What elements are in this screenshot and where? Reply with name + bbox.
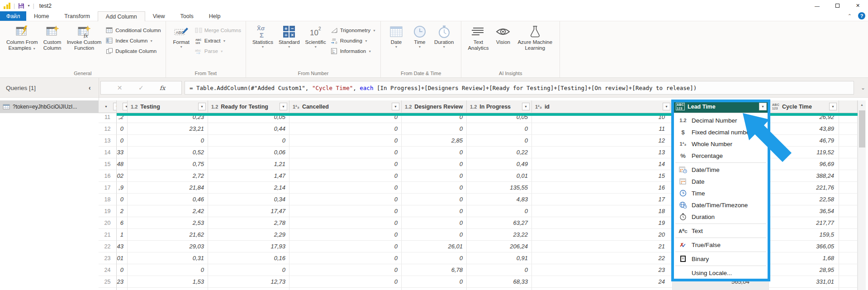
ribbon-button-custom-column[interactable]: Custom Column <box>41 23 64 51</box>
column-header-in-progress[interactable]: 1.2In Progress▼ <box>467 100 532 113</box>
cell[interactable]: 46,79 <box>769 135 839 147</box>
ribbon-button-extract[interactable]: ABC123Extract▼ <box>195 36 241 45</box>
row-number[interactable]: 25 <box>99 276 117 288</box>
ribbon-button-rounding[interactable]: .00.0Rounding▼ <box>331 36 376 45</box>
type-menu-item-text[interactable]: ABCText <box>674 225 768 237</box>
cell[interactable]: 12 <box>532 135 673 147</box>
cell[interactable]: 2,78 <box>208 217 289 229</box>
type-menu-item-date-time-timezone[interactable]: Date/Time/Timezone <box>674 199 768 211</box>
tab-file[interactable]: Файл <box>0 11 26 21</box>
cell[interactable]: 0,01 <box>467 170 532 182</box>
cell[interactable]: 13 <box>532 147 673 158</box>
tab-transform[interactable]: Transform <box>57 11 98 21</box>
cell[interactable]: 366,05 <box>769 241 839 252</box>
cell[interactable]: 0 <box>289 276 402 288</box>
collapse-queries-icon[interactable]: ‹ <box>89 78 91 98</box>
cell[interactable]: 48 <box>117 158 128 170</box>
cell[interactable]: 21,62 <box>128 229 208 241</box>
cell[interactable]: 0,44 <box>208 123 289 135</box>
cell[interactable] <box>402 288 467 290</box>
cell[interactable]: 0 <box>402 252 467 264</box>
type-menu-item-date-time[interactable]: Date/Time <box>674 164 768 176</box>
type-menu-item-true-false[interactable]: ✗✓True/False <box>674 239 768 251</box>
filter-icon[interactable]: ▼ <box>392 103 399 110</box>
data-type-icon[interactable]: 1.2 <box>405 104 412 109</box>
cell[interactable]: 29,03 <box>128 241 208 252</box>
cell[interactable]: 6 <box>117 217 128 229</box>
cell[interactable]: 331,01 <box>769 276 839 288</box>
vertical-scrollbar[interactable]: ▲ <box>858 100 866 290</box>
cell[interactable]: 21 <box>532 241 673 252</box>
cell[interactable] <box>208 288 289 290</box>
cell[interactable]: 0,16 <box>208 252 289 264</box>
column-header-cycle-time[interactable]: ABC123Cycle Time▼ <box>769 100 839 113</box>
cell[interactable]: 0 <box>402 194 467 205</box>
cell[interactable]: 0 <box>402 276 467 288</box>
filter-icon[interactable]: ▼ <box>522 103 530 110</box>
column-header-designers-review[interactable]: 1.2Designers Review▼ <box>402 100 467 113</box>
cell[interactable]: 0 <box>289 147 402 158</box>
filter-icon[interactable]: ▼ <box>123 103 128 110</box>
cell[interactable]: 0,49 <box>467 158 532 170</box>
cell[interactable]: 2,85 <box>402 135 467 147</box>
type-menu-item-binary[interactable]: ≡Binary <box>674 253 768 265</box>
cell[interactable]: 1,53 <box>128 276 208 288</box>
row-number[interactable]: 24 <box>99 264 117 276</box>
cell[interactable] <box>289 288 402 290</box>
cell[interactable]: ,9 <box>117 182 128 194</box>
row-number[interactable]: 23 <box>99 252 117 264</box>
cell[interactable]: 0 <box>402 170 467 182</box>
cell[interactable]: 1,68 <box>769 252 839 264</box>
cell[interactable]: 0 <box>402 229 467 241</box>
cell[interactable] <box>532 288 673 290</box>
ribbon-button-time[interactable]: Time▼ <box>408 23 432 49</box>
cell[interactable]: 0 <box>289 241 402 252</box>
cell[interactable]: 2,42 <box>128 205 208 217</box>
maximize-button[interactable] <box>827 0 848 11</box>
cell[interactable]: 0 <box>208 135 289 147</box>
minimize-button[interactable]: — <box>807 0 827 11</box>
formula-input[interactable]: = Table.AddColumn(#"Added Custom1", "Cyc… <box>185 81 854 95</box>
close-button[interactable]: ✕ <box>848 0 868 11</box>
column-header-ready-for-testing[interactable]: 1.2Ready for Testing▼ <box>208 100 289 113</box>
cell[interactable]: 135,55 <box>467 182 532 194</box>
column-header-id[interactable]: 1²₃id▼ <box>532 100 673 113</box>
formula-cancel-icon[interactable]: ✕ <box>117 84 123 91</box>
column-header-cut[interactable]: ▼ <box>117 100 128 113</box>
cell[interactable]: 2,14 <box>208 182 289 194</box>
cell[interactable]: 26,01 <box>402 241 467 252</box>
ribbon-button-scientific[interactable]: 102Scientific▼ <box>303 23 329 49</box>
cell[interactable]: 33 <box>117 147 128 158</box>
cell[interactable]: 0 <box>467 264 532 276</box>
cell[interactable]: 96,69 <box>769 158 839 170</box>
cell[interactable]: 0 <box>289 229 402 241</box>
row-number[interactable]: 13 <box>99 135 117 147</box>
cell[interactable]: 22,58 <box>769 194 839 205</box>
cell[interactable]: 0 <box>117 264 128 276</box>
cell[interactable]: 1,21 <box>208 158 289 170</box>
ribbon-button-information[interactable]: 1−3+Information▼ <box>331 47 376 56</box>
cell[interactable]: 43 <box>117 241 128 252</box>
formula-accept-icon[interactable]: ✓ <box>138 84 144 91</box>
cell[interactable]: 22 <box>532 252 673 264</box>
cell[interactable]: 0 <box>289 252 402 264</box>
filter-icon[interactable]: ▼ <box>280 103 287 110</box>
cell[interactable] <box>128 288 208 290</box>
cell[interactable]: 2,53 <box>128 217 208 229</box>
cell[interactable] <box>117 288 128 290</box>
cell[interactable]: 0 <box>289 135 402 147</box>
data-type-icon[interactable]: 1²₃ <box>535 104 542 109</box>
type-menu-item-percentage[interactable]: %Percentage <box>674 150 768 162</box>
column-header-rownum[interactable]: ▼▼ <box>99 100 117 113</box>
cell[interactable]: 20 <box>532 229 673 241</box>
row-number[interactable]: 12 <box>99 123 117 135</box>
ribbon-button-conditional-column[interactable]: Conditional Column <box>106 26 161 35</box>
data-type-icon[interactable]: 1.2 <box>470 104 477 109</box>
ribbon-button-merge-columns[interactable]: Merge Columns <box>195 26 241 35</box>
ribbon-button-duration[interactable]: Duration▼ <box>432 23 456 49</box>
cell[interactable]: 0,75 <box>128 158 208 170</box>
cell[interactable] <box>673 288 769 290</box>
ribbon-button-trigonometry[interactable]: Trigonometry▼ <box>331 26 376 35</box>
ribbon-button-text-analytics[interactable]: Text Analytics <box>465 23 491 51</box>
ribbon-button-standard[interactable]: +−÷×Standard▼ <box>276 23 303 49</box>
